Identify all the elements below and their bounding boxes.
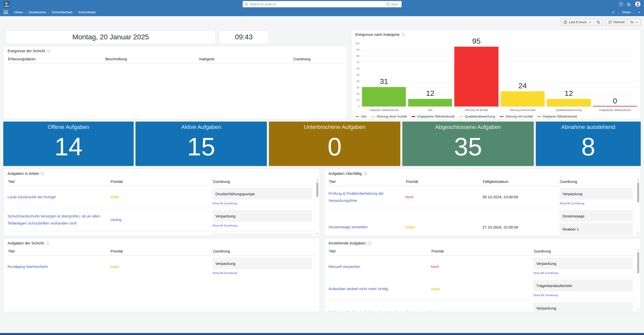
search-icon [245,3,248,6]
column-header-prioritaet[interactable]: Priorität [110,178,212,186]
logo-triangle-icon [6,2,8,5]
column-header-titel[interactable]: Titel [328,247,431,255]
help-icon[interactable]: ? [619,2,623,6]
panel-info-icon[interactable]: i [368,241,371,245]
stat-label: Abgeschlossene Aufgaben [435,124,501,130]
logo-wordmark [5,6,9,7]
breadcrumb-dashboards[interactable]: Dashboards [29,10,46,14]
y-axis-tick: 80 [356,54,359,58]
column-header-zuordnung[interactable]: Zuordnung [533,247,636,255]
table-scrollbar[interactable]: ▲▼ [316,179,319,235]
x-axis-label: Info [408,108,452,111]
column-header-zuordnung[interactable]: Zuordnung [293,55,343,63]
scrollbar-thumb[interactable] [316,182,318,197]
legend-item-Störung ohne Ausfall[interactable]: Störung ohne Ausfall [371,115,407,118]
divider [634,10,634,14]
column-header-faelligkeitsdatum[interactable]: Fälligkeitsdatum [483,178,559,186]
task-link[interactable]: Dosierwaage einstellen [328,224,368,231]
news-rss-icon[interactable] [627,2,631,6]
bar-Ungeplante Stillstandszeit[interactable] [593,106,637,106]
legend-item-Geplante Stillstandszeit[interactable]: Geplante Stillstandszeit [537,115,577,118]
user-avatar[interactable] [635,2,640,7]
task-link[interactable]: Prüfung & Problembehebung der Verpackung… [328,190,402,204]
show-all-zuordnung-link[interactable]: Show All Zuordnung [212,202,237,205]
column-header-zuordnung[interactable]: Zuordnung [559,178,636,186]
show-all-zuordnung-link[interactable]: Show All Zuordnung [212,224,237,227]
bar-Störung mit Ausfall[interactable] [454,47,498,107]
bar-value-label: 31 [362,77,406,86]
panel-info-icon[interactable]: i [46,241,49,245]
favorite-star-icon[interactable]: ☆ [611,10,615,15]
column-header-titel[interactable]: Titel [328,178,405,186]
column-header-prioritaet[interactable]: Priorität [431,247,533,255]
scroll-down-icon[interactable]: ▼ [637,309,640,311]
bar-value-label: 12 [408,89,452,98]
search-input[interactable]: Search or jump to... ctrl+k [243,1,402,7]
column-header-titel[interactable]: Titel [8,178,110,186]
legend-label: Info [361,115,367,118]
refresh-button[interactable]: Refresh [605,19,628,25]
bar-Störung ohne Ausfall[interactable] [501,91,545,106]
time-range-picker[interactable]: Last 8 hours [561,19,594,25]
scrollbar-thumb[interactable] [637,182,639,203]
show-all-zuordnung-link[interactable]: Show All Zuordnung [212,271,237,274]
column-header-titel[interactable]: Titel [8,247,110,255]
stat-label: Offene Aufgaben [48,124,89,130]
org-logo[interactable] [4,1,10,8]
legend-item-Info[interactable]: Info [355,115,367,118]
zoom-out-icon [597,20,600,24]
scroll-down-icon[interactable]: ▼ [637,233,640,235]
chevron-down-icon [589,21,591,23]
column-header-prioritaet[interactable]: Priorität [405,178,482,186]
column-header-zuordnung[interactable]: Zuordnung [212,247,316,255]
refresh-interval-dropdown[interactable]: 5s [627,19,641,25]
show-all-zuordnung-link[interactable]: Show All Zuordnung [533,271,558,274]
show-all-zuordnung-link[interactable]: Show All Zuordnung [533,294,558,297]
bar-Geplante Stillstandszeit[interactable] [362,87,406,107]
legend-item-Ungeplante Stillstandszeit[interactable]: Ungeplante Stillstandszeit [411,115,455,118]
menu-toggle-icon[interactable] [4,11,8,14]
dashboard-canvas: Last 8 hours Refresh 5s Montag, 20 Janua… [0,16,644,333]
task-link[interactable]: Prüfung & Problembehebung der Verpackung… [328,309,413,311]
breadcrumb-home[interactable]: Home [14,10,23,14]
panel-info-icon[interactable]: i [364,172,367,175]
zoom-out-button[interactable] [594,19,603,25]
column-header-erfassungsdatum[interactable]: Erfassungsdatum [8,55,105,63]
table-scrollbar[interactable]: ▲▼ [637,179,640,235]
keyboard-icon [386,3,390,5]
scroll-up-icon[interactable]: ▲ [637,248,640,251]
scroll-down-icon[interactable]: ▼ [316,233,319,235]
column-header-kategorie[interactable]: Kategorie [199,55,293,63]
column-header-zuordnung[interactable]: Zuordnung [212,178,316,186]
legend-label: Ungeplante Stillstandszeit [417,115,455,118]
task-link[interactable]: Manuell verpacken [328,263,360,270]
zuordnung-tag: Verpackung [212,258,312,269]
scrollbar-thumb[interactable] [637,252,639,273]
collapse-caret-icon[interactable] [637,11,640,14]
task-link[interactable]: Aufwickler wickelt nicht mehr richtig [328,285,388,292]
bar-Qualitätsabweichung[interactable] [547,99,591,106]
breadcrumb-schichtleiter[interactable]: Schichtleiter [78,10,96,14]
panel-info-icon[interactable]: i [47,49,51,53]
legend-item-Störung mit Ausfall[interactable]: Störung mit Ausfall [500,115,533,118]
share-button[interactable]: Share [622,10,631,14]
column-header-beschreibung[interactable]: Beschreibung [105,55,199,63]
panel-info-icon[interactable]: i [402,33,405,36]
task-link[interactable]: Rundgang Nachtschicht [8,263,48,270]
legend-item-Qualitätsabweichung[interactable]: Qualitätsabweichung [459,115,495,118]
panel-info-icon[interactable]: i [41,172,44,175]
dashboard-toolbar: Home› Dashboards› Schichtbetrieb› Schich… [0,8,644,16]
table-row: Rundgang Nachtschicht mittel Verpackung … [8,256,316,278]
show-all-zuordnung-link[interactable]: Show All Zuordnung [559,202,584,205]
task-link[interactable]: Laute Geräusche bei Pumpe [8,193,56,201]
column-header-prioritaet[interactable]: Priorität [110,247,212,255]
breadcrumb-schichtbetrieb[interactable]: Schichtbetrieb [52,10,72,14]
stat-label: Abnahme ausstehend [561,124,615,130]
zuordnung-tag: Reaktor 1 [559,223,633,235]
scroll-up-icon[interactable]: ▲ [316,179,319,181]
scroll-up-icon[interactable]: ▲ [637,179,640,181]
table-scrollbar[interactable]: ▲▼ [637,248,640,311]
task-link[interactable]: Schutzhandschuhe besorgen & überprüfen, … [8,213,107,227]
time-range-label: Last 8 hours [569,20,587,24]
bar-Info[interactable] [408,99,452,106]
